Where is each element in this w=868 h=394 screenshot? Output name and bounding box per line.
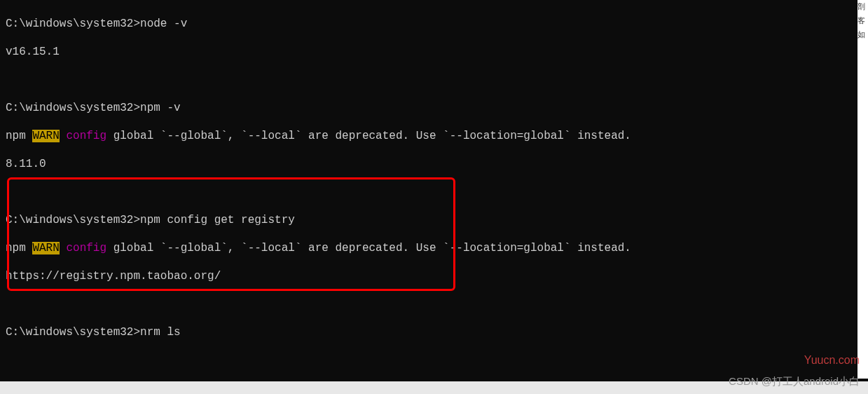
prompt: C:\windows\system32> xyxy=(6,102,140,114)
output-npm-version: 8.11.0 xyxy=(6,157,862,171)
cropped-sidebar: 剖 客 如 xyxy=(857,0,868,379)
command-npm-v: npm -v xyxy=(140,102,181,114)
npm-warn-line: npm WARN config global `--global`, `--lo… xyxy=(6,129,862,143)
prompt: C:\windows\system32> xyxy=(6,326,140,339)
command-node-v: node -v xyxy=(140,18,187,30)
command-npm-config: npm config get registry xyxy=(140,214,295,226)
warn-badge: WARN xyxy=(32,242,59,254)
warn-badge: WARN xyxy=(32,130,59,142)
config-label: config xyxy=(66,242,106,254)
output-registry-url: https://registry.npm.taobao.org/ xyxy=(6,269,862,283)
npm-warn-line: npm WARN config global `--global`, `--lo… xyxy=(6,241,862,255)
command-nrm-ls: nrm ls xyxy=(140,326,181,339)
terminal-output[interactable]: C:\windows\system32>node -v v16.15.1 C:\… xyxy=(0,0,868,394)
csdn-watermark: CSDN @打工人android小白 xyxy=(729,374,860,388)
prompt: C:\windows\system32> xyxy=(6,214,140,226)
prompt: C:\windows\system32> xyxy=(6,18,140,30)
output-node-version: v16.15.1 xyxy=(6,45,862,59)
config-label: config xyxy=(66,130,106,142)
site-watermark: Yuucn.com xyxy=(804,353,860,367)
